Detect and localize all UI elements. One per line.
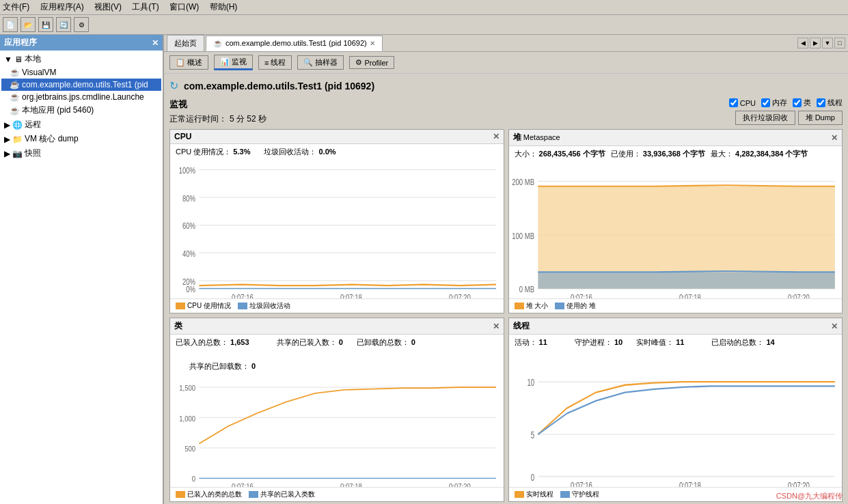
menu-window[interactable]: 窗口(W)	[169, 2, 199, 12]
sidebar-item-local-app[interactable]: ☕ 本地应用 (pid 5460)	[1, 103, 161, 117]
gc-button[interactable]: 执行垃圾回收	[735, 111, 795, 125]
threads-legend-daemon: 守护线程	[560, 490, 599, 499]
classes-legend-loaded: 已装入的类的总数	[176, 490, 242, 499]
toolbar: 📄 📂 💾 🔄 ⚙	[0, 15, 848, 35]
tab-nav-right[interactable]: ▶	[810, 38, 821, 48]
svg-text:0:07:20: 0:07:20	[449, 481, 471, 487]
checkbox-class[interactable]: 类	[793, 98, 811, 108]
vm-icon-3: ☕	[10, 92, 20, 102]
classes-chart-close[interactable]: ✕	[493, 322, 500, 331]
remote-icon: 🌐	[12, 120, 23, 130]
svg-text:0:07:18: 0:07:18	[340, 292, 362, 298]
cpu-legend-gc-label: 垃圾回收活动	[249, 301, 290, 311]
monitor-icon: 📊	[220, 57, 230, 66]
classes-chart-title: 类	[174, 320, 182, 332]
tab-nav-menu[interactable]: ▼	[822, 38, 833, 48]
checkbox-thread[interactable]: 线程	[817, 98, 843, 108]
sidebar-item-remote[interactable]: ▶ 🌐 远程	[1, 117, 161, 132]
cpu-usage-value: 5.3%	[233, 148, 250, 156]
svg-text:100 MB: 100 MB	[512, 231, 534, 240]
tab-test1-close[interactable]: ✕	[370, 40, 375, 47]
toolbar-btn3[interactable]: 💾	[38, 17, 53, 32]
checkbox-memory[interactable]: 内存	[761, 98, 787, 108]
cpu-chart-panel: CPU ✕ CPU 使用情况： 5.3% 垃圾回收活动： 0.0%	[169, 129, 504, 313]
sidebar-item-vmdump[interactable]: ▶ 📁 VM 核心 dump	[1, 132, 161, 146]
toolbar-btn4[interactable]: 🔄	[56, 17, 71, 32]
svg-text:80%: 80%	[182, 193, 195, 203]
tab-nav-left[interactable]: ◀	[797, 38, 808, 48]
sidebar-content: ▼ 🖥 本地 ☕ VisualVM ☕ com.example.demo.uti…	[0, 51, 163, 504]
toolbar-new[interactable]: 📄	[3, 17, 18, 32]
checkbox-thread-label: 线程	[828, 98, 843, 108]
menubar: 文件(F) 应用程序(A) 视图(V) 工具(T) 窗口(W) 帮助(H)	[0, 0, 848, 15]
svg-text:0: 0	[530, 472, 534, 483]
checkbox-thread-input[interactable]	[817, 98, 825, 107]
cpu-gc-value: 0.0%	[318, 148, 336, 156]
classes-shared-unloaded-value: 0	[251, 362, 256, 370]
threads-started-value: 14	[767, 338, 775, 346]
threads-legend-live-color	[515, 491, 524, 498]
sidebar-item-snapshot[interactable]: ▶ 📷 快照	[1, 146, 161, 160]
heap-subtitle: Metaspace	[523, 133, 560, 141]
menu-view[interactable]: 视图(V)	[94, 2, 122, 12]
sidebar-item-local[interactable]: ▼ 🖥 本地	[1, 52, 161, 66]
toolbar-btn5[interactable]: ⚙	[74, 17, 89, 32]
checkbox-cpu-input[interactable]	[729, 98, 738, 107]
menu-tools[interactable]: 工具(T)	[132, 2, 159, 12]
tab-bar: 起始页 ☕ com.example.demo.utils.Test1 (pid …	[164, 35, 848, 52]
subtab-monitor[interactable]: 📊 监视	[214, 55, 253, 70]
menu-app[interactable]: 应用程序(A)	[40, 2, 84, 12]
sidebar-close-icon[interactable]: ✕	[152, 38, 159, 48]
threads-chart-close[interactable]: ✕	[831, 322, 838, 331]
sidebar-item-test1[interactable]: ☕ com.example.demo.utils.Test1 (pid	[1, 79, 161, 91]
subtab-overview[interactable]: 📋 概述	[169, 55, 208, 70]
classes-chart-header: 类 ✕	[170, 318, 504, 335]
sidebar-item-jetbrains[interactable]: ☕ org.jetbrains.jps.cmdline.Launche	[1, 91, 161, 103]
profiler-icon: ⚙	[355, 58, 362, 67]
heap-chart-title: 堆 Metaspace	[513, 132, 560, 143]
sidebar-label-local-app: 本地应用 (pid 5460)	[22, 104, 94, 116]
subtab-profiler[interactable]: ⚙ Profiler	[349, 56, 394, 69]
classes-loaded-value: 1,653	[230, 338, 249, 346]
cpu-chart-close[interactable]: ✕	[493, 132, 500, 141]
checkbox-class-input[interactable]	[793, 98, 802, 107]
threads-legend-live: 实时线程	[515, 490, 553, 499]
classes-shared-loaded-value: 0	[339, 338, 343, 346]
heap-dump-button[interactable]: 堆 Dump	[798, 111, 843, 125]
sidebar-item-visualvm[interactable]: ☕ VisualVM	[1, 66, 161, 79]
sidebar-title: 应用程序	[4, 37, 37, 48]
toolbar-open[interactable]: 📂	[20, 17, 36, 32]
cpu-stat-usage: CPU 使用情况： 5.3%	[176, 147, 250, 157]
tab-maximize[interactable]: □	[834, 38, 845, 48]
content-area: 起始页 ☕ com.example.demo.utils.Test1 (pid …	[164, 35, 848, 504]
subtab-threads-label: 线程	[271, 57, 286, 68]
tab-start[interactable]: 起始页	[167, 35, 204, 51]
svg-text:0:07:16: 0:07:16	[571, 480, 592, 487]
watermark: CSDN@九大编程传	[776, 491, 843, 501]
checkbox-memory-input[interactable]	[761, 98, 770, 107]
cpu-legend-usage: CPU 使用情况	[176, 301, 231, 311]
svg-text:200 MB: 200 MB	[512, 178, 534, 187]
heap-chart-stats: 大小： 268,435,456 个字节 已使用： 33,936,368 个字节 …	[509, 146, 843, 162]
menu-file[interactable]: 文件(F)	[3, 2, 29, 12]
tab-test1[interactable]: ☕ com.example.demo.utils.Test1 (pid 1069…	[206, 36, 383, 51]
tab-start-label: 起始页	[174, 38, 197, 48]
snap-icon: 📷	[12, 149, 23, 158]
vm-icon-4: ☕	[10, 106, 20, 115]
menu-help[interactable]: 帮助(H)	[210, 2, 238, 12]
subtab-sampler[interactable]: 🔍 抽样器	[297, 55, 344, 70]
subtab-threads[interactable]: ≡ 线程	[258, 55, 292, 70]
checkbox-cpu[interactable]: CPU	[729, 98, 756, 107]
svg-text:100%: 100%	[179, 166, 195, 176]
classes-chart-legend: 已装入的类的总数 共享的已装入类数	[170, 487, 504, 501]
heap-stat-used: 已使用： 33,936,368 个字节	[611, 149, 705, 159]
main-container: 应用程序 ✕ ▼ 🖥 本地 ☕ VisualVM ☕ com.example.d…	[0, 35, 848, 504]
cpu-legend-usage-color	[176, 303, 185, 309]
threads-chart-body: 10 5 0 0:07:16 0:07:18 0:07:20	[509, 350, 843, 487]
heap-chart-close[interactable]: ✕	[831, 133, 838, 143]
svg-text:1,500: 1,500	[179, 383, 195, 392]
vm-icon-2: ☕	[10, 80, 20, 89]
sidebar-label-visualvm: VisualVM	[22, 68, 56, 77]
cpu-gc-label: 垃圾回收活动：	[264, 148, 316, 156]
classes-chart-svg: 1,500 1,000 500 0 0:07:16 0:07:18 0:07:2…	[170, 374, 504, 487]
